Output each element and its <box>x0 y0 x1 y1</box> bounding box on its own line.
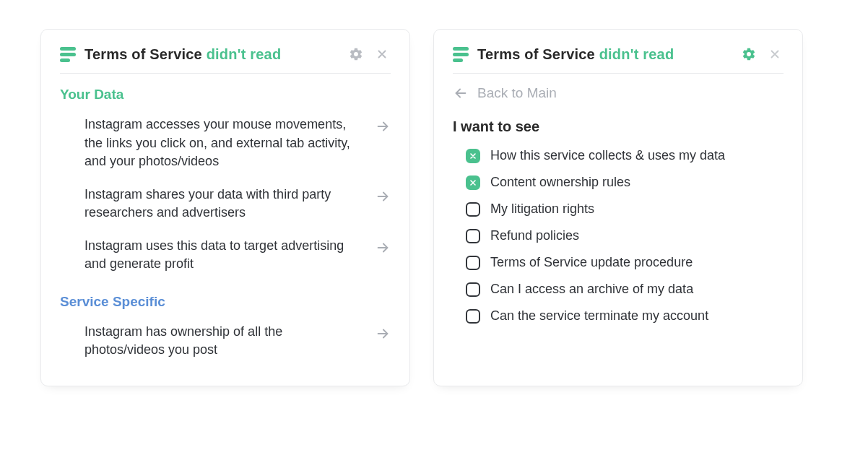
summary-item-text: Instagram uses this data to target adver… <box>84 237 365 274</box>
back-to-main-link[interactable]: Back to Main <box>453 74 784 105</box>
section-title: Service Specific <box>60 294 391 310</box>
checkbox-empty-icon[interactable] <box>466 202 480 217</box>
filter-option-label: Content ownership rules <box>490 175 630 190</box>
close-button[interactable] <box>373 46 391 63</box>
settings-panel: Terms of Service didn't read Back to Mai… <box>433 29 803 386</box>
summary-item-text: Instagram accesses your mouse movements,… <box>84 116 365 171</box>
section-title: Your Data <box>60 87 391 103</box>
summary-panel: Terms of Service didn't read Your DataIn… <box>40 29 410 386</box>
summary-item[interactable]: Instagram accesses your mouse movements,… <box>60 108 391 178</box>
chevron-right-icon <box>375 326 391 344</box>
panel-header: Terms of Service didn't read <box>453 46 784 74</box>
panel-header: Terms of Service didn't read <box>60 46 391 74</box>
filter-option-label: Refund policies <box>490 228 579 243</box>
summary-item-text: Instagram shares your data with third pa… <box>84 186 365 222</box>
tosdr-logo-icon <box>60 47 76 62</box>
chevron-right-icon <box>375 188 391 207</box>
chevron-right-icon <box>375 240 391 259</box>
filter-option[interactable]: Can I access an archive of my data <box>453 276 784 303</box>
tosdr-logo-icon <box>453 47 469 62</box>
settings-button[interactable] <box>740 46 758 63</box>
summary-item[interactable]: Instagram shares your data with third pa… <box>60 178 391 230</box>
filter-option-label: Terms of Service update procedure <box>490 255 693 270</box>
settings-heading: I want to see <box>453 118 784 135</box>
checkbox-empty-icon[interactable] <box>466 309 480 324</box>
gear-icon <box>742 47 756 61</box>
filter-option[interactable]: My litigation rights <box>453 196 784 222</box>
summary-item[interactable]: Instagram uses this data to target adver… <box>60 230 391 281</box>
close-icon <box>768 48 781 61</box>
arrow-left-icon <box>453 85 469 101</box>
checkbox-empty-icon[interactable] <box>466 282 480 297</box>
checkbox-empty-icon[interactable] <box>466 256 480 270</box>
panel-title: Terms of Service didn't read <box>477 46 674 63</box>
filter-option-label: My litigation rights <box>490 202 594 217</box>
summary-item-text: Instagram has ownership of all the photo… <box>84 323 365 360</box>
filter-option[interactable]: Can the service terminate my account <box>453 303 784 329</box>
close-icon <box>376 48 389 61</box>
close-button[interactable] <box>766 46 784 63</box>
filter-option[interactable]: Refund policies <box>453 222 784 249</box>
settings-button[interactable] <box>347 46 365 63</box>
summary-item[interactable]: Instagram has ownership of all the photo… <box>60 316 391 367</box>
chevron-right-icon <box>375 118 391 137</box>
filter-option[interactable]: Terms of Service update procedure <box>453 249 784 276</box>
checkbox-empty-icon[interactable] <box>466 229 480 243</box>
filter-option-label: How this service collects & uses my data <box>490 148 725 163</box>
filter-option[interactable]: Content ownership rules <box>453 169 784 196</box>
filter-option-label: Can the service terminate my account <box>490 308 708 324</box>
checkbox-checked-icon[interactable] <box>466 149 480 163</box>
back-label: Back to Main <box>477 85 557 101</box>
filter-option[interactable]: How this service collects & uses my data <box>453 142 784 169</box>
gear-icon <box>349 47 363 61</box>
panel-title: Terms of Service didn't read <box>84 46 281 63</box>
checkbox-checked-icon[interactable] <box>466 176 480 190</box>
filter-option-label: Can I access an archive of my data <box>490 282 693 297</box>
